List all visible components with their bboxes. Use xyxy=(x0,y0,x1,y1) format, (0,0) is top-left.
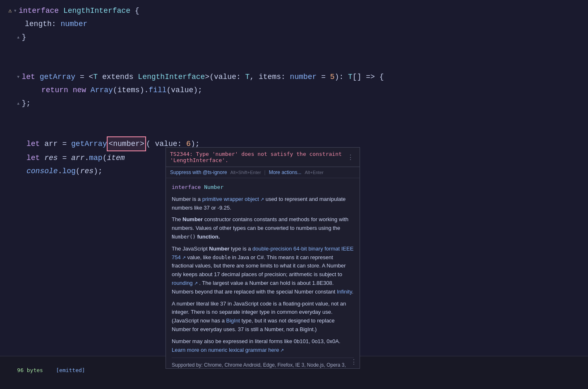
more-actions-shortcut: Alt+Enter xyxy=(305,170,324,175)
doc-type-number: Number xyxy=(204,184,223,190)
prop-length: length xyxy=(25,17,52,31)
error-header: TS2344: Type 'number' does not satisfy t… xyxy=(166,148,360,167)
empty-line-4 xyxy=(0,123,588,136)
doc-supported-by: Supported by: Chrome, Chrome Android, Ed… xyxy=(172,361,354,368)
doc-paragraph-1: Number is a primitive wrapper object use… xyxy=(172,195,354,212)
doc-link-lexical[interactable]: Learn more on numeric lexical grammar he… xyxy=(172,347,284,353)
status-emitted-1: [emitted] xyxy=(56,367,85,373)
doc-paragraph-2: The Number constructor contains constant… xyxy=(172,215,354,241)
status-bytes: 96 bytes xyxy=(17,367,56,373)
doc-link-ieee754[interactable]: double-precision 64-bit binary format IE… xyxy=(172,246,353,260)
fn-getArray: getArray xyxy=(40,70,75,84)
warning-icon: ⚠ xyxy=(8,4,12,17)
suppress-action[interactable]: Suppress with @ts-ignore xyxy=(170,169,227,175)
doc-link-rounding[interactable]: rounding xyxy=(172,280,198,286)
documentation-panel: interface Number Number is a primitive w… xyxy=(166,178,360,368)
doc-more-button[interactable]: ⋮ xyxy=(350,358,357,366)
fold-icon-3[interactable]: ▾ xyxy=(17,70,20,84)
type-LengthInterface: LengthInterface xyxy=(63,4,130,17)
doc-paragraph-3: The JavaScript Number type is a double-p… xyxy=(172,245,354,296)
empty-line-1 xyxy=(0,44,588,57)
keyword-interface: interface xyxy=(19,4,63,17)
doc-paragraph-5: Number may also be expressed in literal … xyxy=(172,337,354,355)
code-line-closefn: ▴ }; xyxy=(0,97,588,110)
more-actions-link[interactable]: More actions... xyxy=(269,169,302,175)
doc-interface-label: interface Number xyxy=(172,183,354,192)
doc-link-infinity[interactable]: Infinity xyxy=(337,289,352,295)
error-menu-button[interactable]: ⋮ xyxy=(346,153,355,161)
empty-line-3 xyxy=(0,110,588,123)
fold-icon-4[interactable]: ▴ xyxy=(17,97,20,110)
code-line-2: length: number xyxy=(0,17,588,31)
code-line-3: ▴ } xyxy=(0,31,588,44)
fold-icon-2[interactable]: ▴ xyxy=(17,31,20,44)
empty-line-2 xyxy=(0,57,588,70)
doc-paragraph-4: A number literal like 37 in JavaScript c… xyxy=(172,300,354,334)
fold-icon-1[interactable]: ▾ xyxy=(13,4,17,17)
code-line-getarray: ▾ let getArray = <T extends LengthInterf… xyxy=(0,70,588,84)
code-line-return: return new Array(items).fill(value); xyxy=(0,84,588,97)
error-actions-bar: Suppress with @ts-ignore Alt+Shift+Enter… xyxy=(166,167,360,178)
doc-link-primitive-wrapper[interactable]: primitive wrapper object xyxy=(202,196,264,202)
doc-link-bigint[interactable]: BigInt xyxy=(226,317,240,324)
error-popup: TS2344: Type 'number' does not satisfy t… xyxy=(166,147,360,369)
highlight-number: <number> xyxy=(107,136,146,151)
doc-footer: Supported by: Chrome, Chrome Android, Ed… xyxy=(172,358,354,368)
type-number: number xyxy=(60,17,87,31)
code-line-1: ⚠ ▾ interface LengthInterface { xyxy=(0,4,588,17)
suppress-shortcut: Alt+Shift+Enter xyxy=(230,170,261,175)
status-line-2: 931 KiB main [emitted] main xyxy=(4,383,584,389)
kw-let-1: let xyxy=(22,70,39,84)
error-message: TS2344: Type 'number' does not satisfy t… xyxy=(170,151,346,163)
